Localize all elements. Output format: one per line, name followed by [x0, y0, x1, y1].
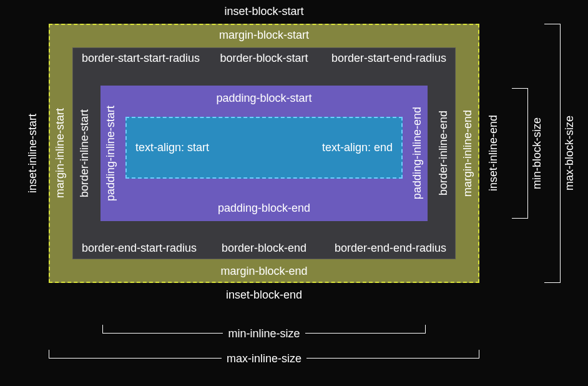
label-margin-block-start: margin-block-start: [50, 29, 478, 42]
padding-box: padding-block-start padding-block-end pa…: [100, 86, 428, 221]
label-border-end-end-radius: border-end-end-radius: [325, 242, 446, 255]
label-border-inline-start: border-inline-start: [78, 86, 91, 221]
label-max-inline-size: max-inline-size: [49, 350, 479, 363]
label-border-block-start: border-block-start: [203, 52, 325, 65]
label-text-align-end: text-align: end: [322, 141, 393, 154]
label-border-inline-end: border-inline-end: [437, 86, 450, 221]
label-padding-inline-end: padding-inline-end: [411, 86, 424, 221]
border-box: border-start-start-radius border-block-s…: [72, 47, 456, 259]
label-inset-block-end: inset-block-end: [49, 289, 479, 302]
label-margin-inline-start: margin-inline-start: [54, 25, 67, 282]
label-inset-block-start: inset-block-start: [49, 5, 479, 18]
label-text-align-start: text-align: start: [135, 141, 209, 154]
css-logical-box-model-diagram: inset-block-start inset-block-end inset-…: [0, 0, 588, 386]
margin-box: margin-block-start margin-block-end marg…: [49, 24, 479, 283]
label-min-block-size: min-block-size: [531, 88, 544, 219]
label-border-start-start-radius: border-start-start-radius: [82, 52, 203, 65]
label-border-start-end-radius: border-start-end-radius: [325, 52, 446, 65]
bracket-min-block-size: [512, 88, 528, 219]
bracket-max-block-size: [544, 24, 561, 283]
label-margin-inline-end: margin-inline-end: [461, 25, 474, 282]
label-inset-inline-end: inset-inline-end: [487, 24, 500, 283]
label-min-inline-size: min-inline-size: [102, 325, 426, 338]
label-border-block-end: border-block-end: [203, 242, 325, 255]
label-border-end-start-radius: border-end-start-radius: [82, 242, 203, 255]
label-max-block-size: max-block-size: [563, 24, 576, 283]
content-box: text-align: start text-align: end: [125, 117, 403, 179]
label-margin-block-end: margin-block-end: [50, 265, 478, 278]
label-padding-block-start: padding-block-start: [100, 92, 428, 105]
label-padding-block-end: padding-block-end: [100, 202, 428, 215]
label-inset-inline-start: inset-inline-start: [26, 24, 39, 283]
label-padding-inline-start: padding-inline-start: [104, 86, 117, 221]
